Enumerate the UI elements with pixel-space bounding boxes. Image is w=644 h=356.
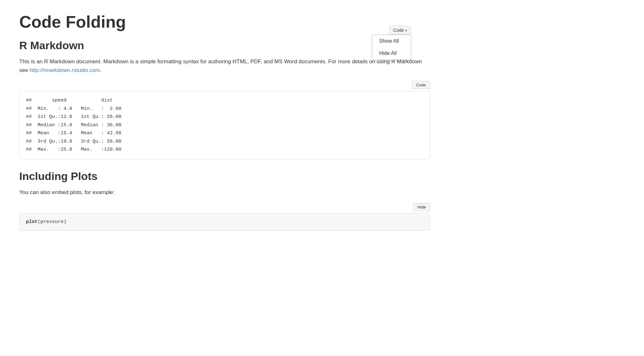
code-dropdown-wrapper: Code ▾ Show All Hide All xyxy=(389,26,411,35)
hide-toggle-button[interactable]: Hide xyxy=(413,203,430,211)
including-plots-title: Including Plots xyxy=(19,170,430,183)
dropdown-arrow-icon: ▾ xyxy=(405,29,407,32)
rmarkdown-description: This is an R Markdown document. Markdown… xyxy=(19,57,430,75)
show-all-item[interactable]: Show All xyxy=(373,35,411,47)
including-plots-section: Including Plots You can also embed plots… xyxy=(19,170,430,231)
output-line-2: ## Min. : 4.0 Min. : 2.00 xyxy=(26,105,423,113)
output-line-1: ## speed dist xyxy=(26,96,423,105)
code-paren-close: ) xyxy=(64,219,66,225)
output-block-1: ## speed dist ## Min. : 4.0 Min. : 2.00 … xyxy=(19,91,430,159)
output-line-7: ## Max. :25.0 Max. :120.00 xyxy=(26,146,423,154)
code-dropdown-menu: Show All Hide All xyxy=(372,35,411,60)
top-bar: Code ▾ Show All Hide All xyxy=(389,26,411,35)
output-line-3: ## 1st Qu.:12.0 1st Qu.: 26.00 xyxy=(26,113,423,121)
code-block-1: plot(pressure) xyxy=(19,213,430,231)
code-dropdown-label: Code xyxy=(393,28,404,33)
rmarkdown-title: R Markdown xyxy=(19,39,430,52)
code-toggle-bar-1: Code xyxy=(19,81,430,89)
code-keyword: plot xyxy=(26,219,38,225)
rmarkdown-link[interactable]: http://rmarkdown.rstudio.com xyxy=(30,67,100,73)
code-paren-open: ( xyxy=(38,219,40,225)
code-dropdown-button[interactable]: Code ▾ xyxy=(389,26,411,35)
description-text-after: . xyxy=(100,67,101,73)
hide-all-item[interactable]: Hide All xyxy=(373,47,411,59)
output-line-4: ## Median :15.0 Median : 36.00 xyxy=(26,121,423,129)
rmarkdown-section: R Markdown This is an R Markdown documen… xyxy=(19,39,430,159)
output-line-6: ## 3rd Qu.:19.0 3rd Qu.: 56.00 xyxy=(26,138,423,146)
page-header: Code Folding Code ▾ Show All Hide All xyxy=(19,13,430,31)
code-toggle-button-1[interactable]: Code xyxy=(412,81,430,89)
code-toggle-bar-2: Hide xyxy=(19,203,430,211)
page-title: Code Folding xyxy=(19,13,430,31)
output-line-5: ## Mean :15.4 Mean : 42.98 xyxy=(26,129,423,138)
including-plots-description: You can also embed plots, for example: xyxy=(19,188,430,197)
code-arg: pressure xyxy=(40,219,64,225)
